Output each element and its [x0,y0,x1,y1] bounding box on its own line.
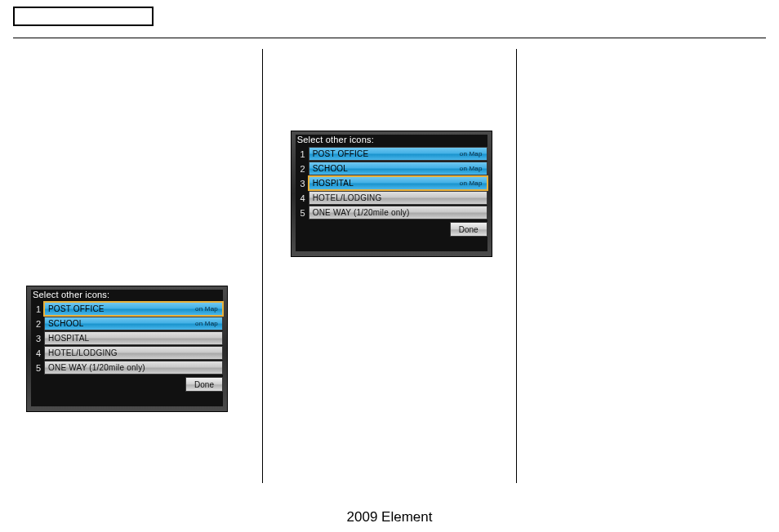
list-row: 1POST OFFICEon Map [31,302,223,316]
blank-frame [13,7,154,26]
column-middle: Select other icons: 1POST OFFICEon Map2S… [268,49,512,483]
panel-a-list: 1POST OFFICEon Map2SCHOOLon Map3HOSPITAL… [31,302,223,375]
list-row: 3HOSPITALon Map [296,176,487,190]
on-map-badge: on Map [195,305,219,313]
nav-screenshot-a: Select other icons: 1POST OFFICEon Map2S… [26,286,228,412]
icon-option-button[interactable]: HOTEL/LODGING [309,191,487,205]
nav-screenshot-b: Select other icons: 1POST OFFICEon Map2S… [291,131,492,257]
row-number: 4 [296,193,305,203]
row-number: 1 [31,304,41,314]
icon-option-button[interactable]: HOTEL/LODGING [44,346,223,360]
icon-option-button[interactable]: HOSPITALon Map [309,176,487,190]
option-label: HOTEL/LODGING [48,348,118,357]
option-label: POST OFFICE [48,304,105,313]
row-number: 5 [296,208,305,218]
footer-text: 2009 Element [0,509,779,525]
icon-option-button[interactable]: POST OFFICEon Map [44,302,223,316]
list-row: 2SCHOOLon Map [31,317,223,330]
row-number: 3 [31,334,41,344]
icon-option-button[interactable]: SCHOOLon Map [309,162,487,175]
icon-option-button[interactable]: POST OFFICEon Map [309,147,487,161]
column-left: Select other icons: 1POST OFFICEon Map2S… [13,49,257,483]
list-row: 3HOSPITAL [31,331,223,345]
option-label: SCHOOL [48,319,83,328]
panel-b-list: 1POST OFFICEon Map2SCHOOLon Map3HOSPITAL… [296,147,487,219]
list-row: 5ONE WAY (1/20mile only) [31,361,223,375]
option-label: HOSPITAL [313,179,354,188]
icon-option-button[interactable]: HOSPITAL [44,331,223,345]
option-label: POST OFFICE [313,149,369,158]
on-map-badge: on Map [460,180,483,187]
row-number: 2 [31,319,41,329]
on-map-badge: on Map [195,320,219,327]
row-number: 5 [31,363,41,373]
icon-option-button[interactable]: SCHOOLon Map [44,317,223,330]
column-separator [516,49,517,483]
row-number: 3 [296,179,305,188]
option-label: HOTEL/LODGING [313,193,382,202]
done-button[interactable]: Done [185,377,223,392]
column-separator [262,49,263,483]
option-label: HOSPITAL [48,334,89,343]
horizontal-rule [13,38,766,38]
columns: Select other icons: 1POST OFFICEon Map2S… [13,49,766,483]
column-right [522,49,766,483]
on-map-badge: on Map [460,150,483,157]
panel-title: Select other icons: [31,290,223,302]
list-row: 1POST OFFICEon Map [296,147,487,161]
icon-option-button[interactable]: ONE WAY (1/20mile only) [309,206,487,219]
list-row: 5ONE WAY (1/20mile only) [296,206,487,219]
icon-option-button[interactable]: ONE WAY (1/20mile only) [44,361,223,375]
option-label: ONE WAY (1/20mile only) [313,208,410,217]
done-button[interactable]: Done [450,222,487,237]
list-row: 4HOTEL/LODGING [296,191,487,205]
panel-title: Select other icons: [296,135,487,147]
list-row: 2SCHOOLon Map [296,162,487,175]
option-label: SCHOOL [313,164,348,173]
list-row: 4HOTEL/LODGING [31,346,223,360]
on-map-badge: on Map [460,165,483,172]
row-number: 2 [296,164,305,174]
row-number: 4 [31,348,41,358]
option-label: ONE WAY (1/20mile only) [48,363,145,372]
row-number: 1 [296,149,305,159]
